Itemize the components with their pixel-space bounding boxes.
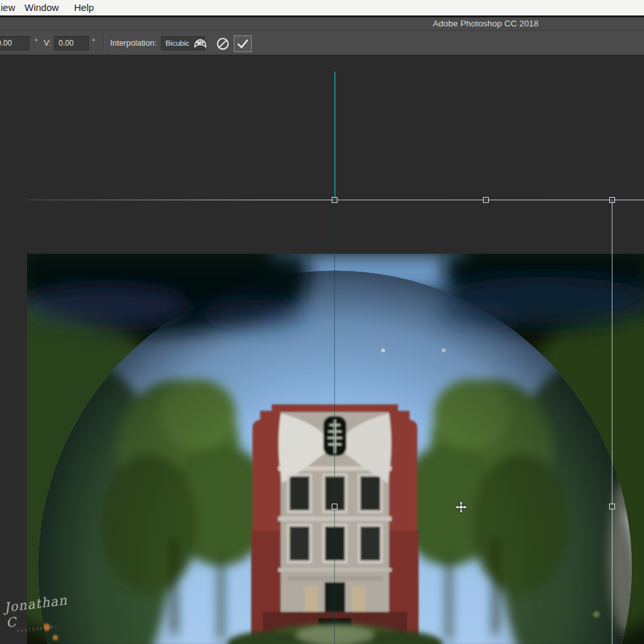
- photoshop-window: iew Window Help Adobe Photoshop CC 2018 …: [0, 0, 644, 644]
- commit-checkmark-icon: [236, 38, 249, 50]
- options-separator: [103, 34, 104, 52]
- v-degree-label: °: [92, 37, 95, 46]
- v-rotation-label: V:: [44, 39, 51, 48]
- v-rotation-input[interactable]: 0.00: [54, 36, 89, 50]
- center-guide-over-image: [334, 199, 335, 644]
- cancel-transform-button[interactable]: [214, 35, 232, 52]
- menu-item-help[interactable]: Help: [74, 2, 94, 13]
- h-rotation-input[interactable]: 0.00: [0, 36, 30, 50]
- cancel-transform-icon: [216, 37, 230, 51]
- transform-handle-top-right[interactable]: [609, 197, 615, 203]
- h-degree-label: °: [35, 37, 38, 46]
- commit-transform-button[interactable]: [234, 35, 252, 52]
- center-smart-guide: [334, 71, 336, 199]
- move-cursor-icon: [454, 500, 468, 515]
- menu-item-window[interactable]: Window: [24, 2, 59, 13]
- warp-mode-icon: [193, 37, 208, 50]
- menu-item-view[interactable]: iew: [1, 2, 15, 13]
- interpolation-value: Bicubic: [166, 39, 189, 47]
- transform-options-bar: 0.00 ° V: 0.00 ° Interpolation: Bicubic: [0, 31, 644, 55]
- transform-handle-top-left[interactable]: [332, 197, 337, 203]
- transform-bbox-right-edge[interactable]: [612, 200, 612, 644]
- transform-reference-point[interactable]: [332, 504, 337, 509]
- document-canvas[interactable]: Jonathan C PHOTOGRAPHY: [0, 55, 644, 644]
- title-bar: Adobe Photoshop CC 2018: [0, 17, 644, 31]
- photo-layer[interactable]: [27, 254, 644, 644]
- warp-mode-button[interactable]: [191, 35, 209, 52]
- transform-handle-top-center[interactable]: [483, 197, 489, 203]
- menu-bar: iew Window Help: [0, 0, 644, 15]
- transform-handle-mid-right[interactable]: [609, 504, 615, 509]
- interpolation-label: Interpolation:: [110, 39, 156, 48]
- app-title: Adobe Photoshop CC 2018: [433, 19, 538, 28]
